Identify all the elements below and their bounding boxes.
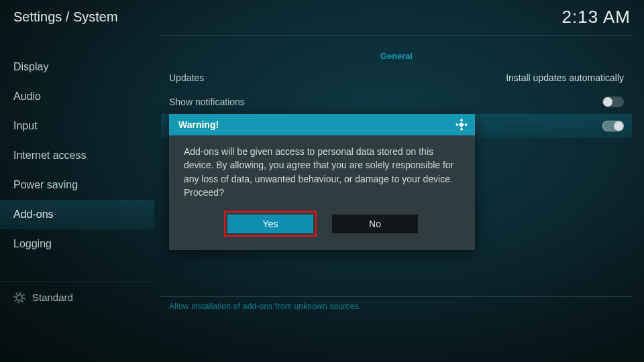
toggle-unknown-sources[interactable] — [602, 121, 624, 131]
sidebar-item-label: Internet access — [13, 149, 87, 161]
setting-show-notifications[interactable]: Show notifications — [161, 90, 632, 114]
svg-rect-3 — [460, 127, 464, 131]
sidebar-item-label: Power saving — [13, 179, 78, 190]
dialog-actions: Yes No — [169, 211, 475, 250]
sidebar-item-label: Input — [13, 120, 38, 131]
divider-bottom — [161, 296, 632, 297]
dialog-title: Warning! — [178, 119, 219, 130]
dialog-titlebar: Warning! — [169, 114, 475, 135]
yes-button-highlight: Yes — [224, 211, 317, 237]
divider-top — [161, 35, 632, 36]
toggle-knob — [603, 97, 612, 107]
warning-dialog: Warning! Add-ons will be given access to… — [169, 114, 475, 250]
toggle-show-notifications[interactable] — [602, 97, 624, 107]
svg-rect-1 — [455, 123, 459, 127]
setting-value: Install updates automatically — [506, 72, 624, 83]
clock: 2:13 AM — [562, 7, 631, 27]
sidebar-item-logging[interactable]: Logging — [0, 229, 154, 259]
sidebar-item-label: Add-ons — [13, 208, 54, 220]
svg-rect-0 — [460, 119, 464, 122]
sidebar-item-label: Display — [13, 61, 48, 72]
setting-label: Show notifications — [169, 97, 245, 107]
sidebar-item-audio[interactable]: Audio — [0, 82, 154, 111]
dialog-body: Add-ons will be given access to personal… — [169, 135, 475, 211]
settings-level[interactable]: Standard — [0, 282, 154, 312]
section-title: General — [161, 47, 632, 66]
sidebar: Display Audio Input Internet access Powe… — [0, 52, 154, 259]
sidebar-item-add-ons[interactable]: Add-ons — [0, 200, 154, 229]
toggle-knob — [614, 121, 623, 131]
kodi-logo-icon — [455, 118, 468, 131]
sidebar-item-power-saving[interactable]: Power saving — [0, 170, 154, 200]
help-text: Allow installation of add-ons from unkno… — [169, 302, 361, 311]
no-button[interactable]: No — [332, 215, 418, 233]
gear-icon — [13, 292, 25, 304]
sidebar-item-display[interactable]: Display — [0, 52, 154, 82]
setting-label: Updates — [169, 72, 204, 83]
svg-rect-2 — [464, 123, 468, 127]
breadcrumb: Settings / System — [13, 9, 118, 25]
settings-level-label: Standard — [32, 292, 73, 303]
yes-button[interactable]: Yes — [227, 215, 313, 233]
sidebar-item-input[interactable]: Input — [0, 111, 154, 141]
setting-updates[interactable]: Updates Install updates automatically — [161, 66, 632, 90]
svg-rect-4 — [459, 122, 464, 127]
sidebar-item-label: Audio — [13, 90, 41, 102]
sidebar-item-label: Logging — [13, 238, 52, 249]
sidebar-item-internet-access[interactable]: Internet access — [0, 141, 154, 170]
